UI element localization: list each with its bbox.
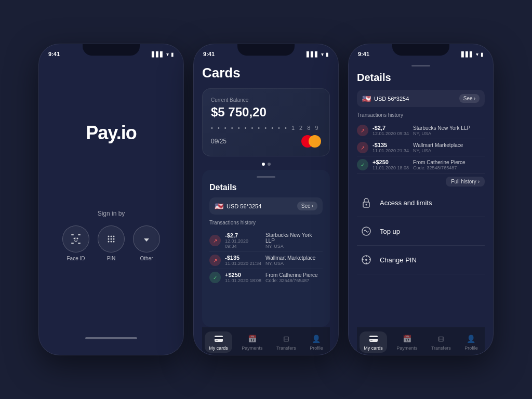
nav-label-mycards-2: My cards — [209, 345, 228, 351]
signal-icon: ▋▋▋ — [152, 51, 164, 57]
pin-label: PIN — [107, 256, 116, 261]
menu-item-topup[interactable]: Top up — [357, 217, 485, 246]
details-full-title: Details — [357, 72, 485, 84]
tx-amount-col-3-1: -$2,7 12.01.2020 09:34 — [373, 125, 409, 136]
dot-1 — [262, 163, 265, 166]
tx-amount-col-1: -$2,7 12.01.2020 09:34 — [225, 232, 261, 249]
tx-code-3-3: Code: 32548/765487 — [413, 165, 466, 170]
mastercard-logo — [301, 135, 321, 148]
svg-point-8 — [111, 235, 112, 237]
transfers-nav-icon-3: ⊟ — [436, 334, 446, 344]
account-number-3: USD 56*3254 — [374, 96, 409, 102]
tx-date-3-2: 11.01.2020 21:34 — [373, 148, 409, 153]
auth-options: Face ID — [62, 225, 160, 261]
notch — [83, 44, 140, 56]
see-button[interactable]: See › — [297, 202, 317, 210]
tx-item-3-3: ✓ +$250 11.01.2020 18:08 From Catherine … — [357, 156, 485, 174]
tx-merchant-col-3-3: From Catherine Pierce Code: 32548/765487 — [413, 159, 466, 170]
tx-merchant-3-2: Wallmart Marketplace — [413, 142, 463, 148]
tx-date-3-1: 12.01.2020 09:34 — [373, 131, 409, 136]
cards-content: Cards Current Balance $5 750,20 • • • • … — [194, 60, 338, 355]
card-bottom: 09/25 — [211, 135, 321, 148]
status-time-3: 9:41 — [358, 51, 369, 57]
pin-button[interactable]: PIN — [98, 225, 125, 261]
status-time-1: 9:41 — [48, 51, 60, 57]
status-icons-3: ▋▋▋ ▾ ▮ — [461, 51, 484, 57]
changepin-icon — [359, 252, 374, 267]
tx-merchant-1: Starbucks New York LLP — [265, 232, 323, 244]
chevron-right-icon-3: › — [474, 96, 475, 101]
nav-mycards-3[interactable]: My cards — [360, 331, 387, 353]
nav-mycards-2[interactable]: My cards — [205, 331, 232, 353]
tx-merchant-2: Wallmart Marketplace — [265, 255, 315, 261]
tx-arrow-icon-1: ↗ — [209, 235, 221, 246]
tx-amount-1: -$2,7 — [225, 232, 261, 238]
nav-profile-3[interactable]: 👤 Profile — [460, 331, 482, 353]
full-history-button[interactable]: Full history › — [446, 177, 485, 187]
card-expiry: 09/25 — [211, 138, 227, 145]
payments-nav-icon-3: 📅 — [402, 334, 412, 344]
account-info-3: 🇺🇸 USD 56*3254 — [362, 95, 409, 103]
tx-date-1: 12.01.2020 09:34 — [225, 238, 261, 249]
battery-icon-2: ▮ — [326, 51, 329, 57]
svg-rect-3 — [78, 243, 81, 244]
svg-point-13 — [108, 241, 110, 242]
tx-date-2: 11.01.2020 21:34 — [225, 261, 261, 266]
svg-rect-17 — [215, 337, 223, 339]
svg-rect-30 — [370, 340, 373, 341]
see-label-3: See — [463, 96, 473, 101]
full-history-label: Full history — [451, 179, 476, 184]
tx-location-3-2: NY, USA — [413, 148, 463, 153]
tx-merchant-col-3: From Catherine Pierce Code: 32548/765487 — [265, 272, 318, 283]
brand-name: Pay.io — [86, 122, 136, 144]
nav-transfers-2[interactable]: ⊟ Transfers — [272, 331, 300, 353]
login-content: Pay.io Sign in by — [39, 60, 183, 355]
credit-card[interactable]: Current Balance $5 750,20 • • • • • • • … — [202, 88, 330, 156]
menu-label-access: Access and limits — [380, 199, 432, 207]
dot-2 — [268, 163, 271, 166]
nav-payments-2[interactable]: 📅 Payments — [237, 331, 267, 353]
tx-neg-icon-3-1: ↗ — [357, 125, 368, 136]
menu-item-pin[interactable]: Change PIN — [357, 246, 485, 274]
tx-amount-col-3-2: -$135 11.01.2020 21:34 — [373, 142, 409, 153]
flag-icon: 🇺🇸 — [215, 202, 223, 210]
payments-nav-icon: 📅 — [247, 334, 257, 344]
nav-profile-2[interactable]: 👤 Profile — [305, 331, 327, 353]
tx-amount-3: +$250 — [225, 272, 261, 278]
card-balance: $5 750,20 — [211, 105, 321, 119]
tx-pos-icon-3-3: ✓ — [357, 159, 368, 170]
transfers-nav-icon: ⊟ — [281, 334, 291, 344]
menu-item-access[interactable]: Access and limits — [357, 189, 485, 217]
tx-merchant-3-1: Starbucks New York LLP — [413, 125, 470, 131]
tx-date-3-3: 11.01.2020 18:08 — [373, 165, 409, 170]
status-icons-2: ▋▋▋ ▾ ▮ — [307, 51, 329, 57]
see-button-3[interactable]: See › — [459, 94, 480, 103]
phone-details: 9:41 ▋▋▋ ▾ ▮ Details 🇺🇸 USD 56*3254 See … — [348, 44, 494, 355]
pin-icon — [98, 225, 125, 252]
svg-point-14 — [111, 241, 112, 242]
wifi-icon: ▾ — [166, 51, 169, 57]
tx-history-label-3: Transactions history — [357, 112, 485, 118]
svg-point-10 — [108, 238, 110, 240]
other-button[interactable]: Other — [133, 225, 160, 261]
tx-location-2: NY, USA — [265, 261, 315, 266]
nav-transfers-3[interactable]: ⊟ Transfers — [427, 331, 455, 353]
svg-rect-18 — [216, 340, 218, 341]
cards-nav-icon-3 — [368, 334, 379, 344]
svg-point-9 — [113, 235, 115, 237]
chevron-right-icon: › — [312, 203, 313, 209]
tx-amount-col-3: +$250 11.01.2020 18:08 — [225, 272, 261, 283]
svg-rect-29 — [369, 337, 378, 339]
nav-payments-3[interactable]: 📅 Payments — [392, 331, 421, 353]
tx-item-2: ↗ -$135 11.01.2020 21:34 Wallmart Market… — [209, 252, 323, 269]
svg-point-15 — [113, 241, 115, 242]
tx-arrow-icon-3: ✓ — [209, 272, 221, 283]
tx-code-3: Code: 32548/765487 — [265, 278, 318, 283]
tx-merchant-col-1: Starbucks New York LLP NY, USA — [265, 232, 323, 249]
account-number: USD 56*3254 — [227, 203, 261, 209]
mc-yellow-circle — [309, 135, 321, 148]
faceid-button[interactable]: Face ID — [62, 225, 89, 261]
signal-icon-3: ▋▋▋ — [461, 51, 474, 57]
menu-label-topup: Top up — [380, 228, 400, 235]
tx-amount-2: -$135 — [225, 255, 261, 261]
